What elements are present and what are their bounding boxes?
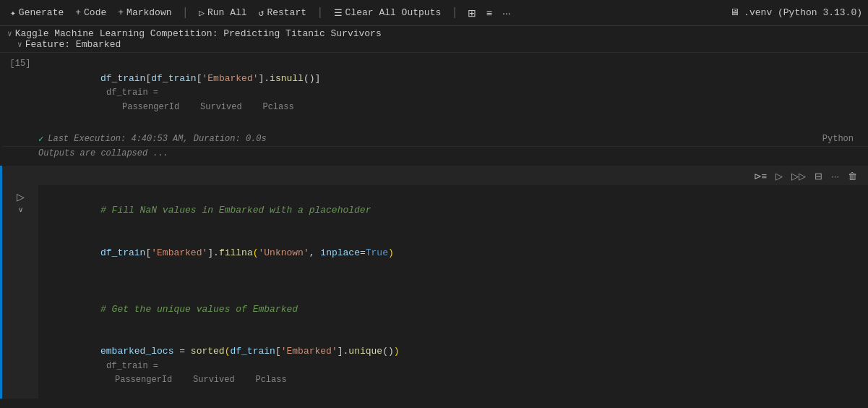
cell-more-button[interactable]: ···: [828, 169, 843, 184]
separator1: |: [182, 7, 189, 20]
variable-icon: ⊞: [468, 7, 476, 19]
plus-icon: +: [75, 7, 81, 18]
cell-15-run-area: [15] df_train[df_train['Embarked'].isnul…: [2, 53, 868, 132]
cell-16-line4: # Get the unique values of Embarked: [44, 288, 862, 331]
split-cell-button[interactable]: ⊟: [811, 169, 826, 184]
run-all-label: Run All: [207, 7, 247, 18]
outline-button[interactable]: ≡: [483, 5, 496, 21]
cell-16-line2: df_train['Embarked'].fillna('Unknown', i…: [44, 231, 862, 274]
cell-16-line5: embarked_locs = sorted(df_train['Embarke…: [44, 331, 862, 399]
cell-15-code: df_train[df_train['Embarked'].isnull()] …: [38, 53, 868, 132]
notebook-area: [15] df_train[df_train['Embarked'].isnul…: [0, 53, 868, 399]
add-markdown-button[interactable]: + Markdown: [113, 5, 176, 20]
col-headers-2: PassengerId Survived Pclass: [115, 375, 287, 385]
run-cell-button[interactable]: ▷: [772, 169, 786, 184]
clear-outputs-button[interactable]: ☰ Clear All Outputs: [330, 5, 446, 21]
cell-16-line3: [44, 274, 862, 289]
cell-15-line1: df_train[df_train['Embarked'].isnull()] …: [44, 57, 862, 128]
split-icon: ⊟: [815, 171, 822, 182]
check-icon: ✓: [38, 134, 43, 145]
markdown-label: Markdown: [126, 7, 171, 18]
run-cell-icon: ▷: [775, 171, 783, 182]
run-above-button[interactable]: ⊳≡: [750, 169, 771, 184]
notebook-toolbar: ✦ Generate + Code + Markdown | ▷ Run All…: [0, 0, 868, 26]
run-above-icon: ⊳≡: [754, 171, 768, 182]
plus-icon-md: +: [118, 7, 124, 18]
collapsed-text: Outputs are collapsed ...: [38, 148, 168, 158]
chevron-down-icon[interactable]: ∨: [7, 29, 12, 38]
run-below-button[interactable]: ▷▷: [788, 169, 809, 184]
more-options-button[interactable]: ···: [499, 5, 515, 21]
more-icon: ···: [831, 171, 839, 182]
breadcrumb-level2: Feature: Embarked: [25, 39, 121, 50]
cell-16-run-area: ▷ ∨ # Fill NaN values in Embarked with a…: [2, 185, 868, 399]
run-all-button[interactable]: ▷ Run All: [194, 5, 251, 21]
cell-15-gutter: [15]: [2, 53, 38, 69]
cell-15-collapsed: Outputs are collapsed ...: [2, 147, 868, 163]
delete-cell-button[interactable]: 🗑: [844, 169, 861, 184]
env-info: 🖥 .venv (Python 3.13.0): [730, 7, 862, 18]
clear-icon: ☰: [334, 7, 343, 19]
cell-15: [15] df_train[df_train['Embarked'].isnul…: [0, 53, 868, 163]
breadcrumb-row1: ∨ Kaggle Machine Learning Competition: P…: [7, 28, 861, 39]
col-headers: PassengerId Survived Pclass: [122, 102, 294, 112]
separator2: |: [317, 7, 324, 20]
cell-15-lang: Python: [822, 134, 861, 144]
generate-icon: ✦: [10, 7, 16, 19]
cell-16-run-button[interactable]: ▷: [15, 190, 26, 204]
run-all-icon: ▷: [199, 7, 205, 19]
cell-15-exec-info: Last Execution: 4:40:53 AM, Duration: 0.…: [48, 134, 266, 144]
breadcrumb-level1: Kaggle Machine Learning Competition: Pre…: [15, 28, 382, 39]
restart-label: Restart: [267, 7, 306, 18]
generate-button[interactable]: ✦ Generate: [6, 5, 68, 21]
code-label: Code: [84, 7, 106, 18]
cell-16-gutter: ▷ ∨: [2, 185, 38, 215]
env-label: .venv (Python 3.13.0): [744, 7, 862, 18]
add-code-button[interactable]: + Code: [71, 5, 111, 20]
clear-outputs-label: Clear All Outputs: [345, 7, 442, 18]
ellipsis-icon: ···: [502, 7, 511, 19]
restart-icon: ↺: [259, 7, 265, 19]
restart-button[interactable]: ↺ Restart: [254, 5, 311, 21]
cell-16-toolbar: ⊳≡ ▷ ▷▷ ⊟ ··· 🗑: [2, 166, 868, 185]
kernel-icon: 🖥: [730, 7, 739, 18]
run-below-icon: ▷▷: [791, 171, 806, 182]
cell-15-number: [15]: [10, 59, 31, 69]
cell-16: ⊳≡ ▷ ▷▷ ⊟ ··· 🗑 ▷ ∨: [0, 166, 868, 399]
chevron-down-icon2[interactable]: ∨: [17, 40, 22, 49]
cell-16-code-content[interactable]: # Fill NaN values in Embarked with a pla…: [38, 185, 868, 399]
breadcrumb-bar: ∨ Kaggle Machine Learning Competition: P…: [0, 26, 868, 53]
cell-16-expand-button[interactable]: ∨: [17, 204, 25, 215]
variable-explorer-button[interactable]: ⊞: [464, 5, 480, 21]
generate-label: Generate: [19, 7, 64, 18]
cell-15-exec-status: ✓ Last Execution: 4:40:53 AM, Duration: …: [2, 132, 868, 147]
outline-icon: ≡: [486, 7, 492, 19]
cell-16-line1: # Fill NaN values in Embarked with a pla…: [44, 190, 862, 232]
trash-icon: 🗑: [848, 171, 857, 182]
breadcrumb-row2: ∨ Feature: Embarked: [7, 39, 861, 50]
separator3: |: [451, 7, 458, 20]
